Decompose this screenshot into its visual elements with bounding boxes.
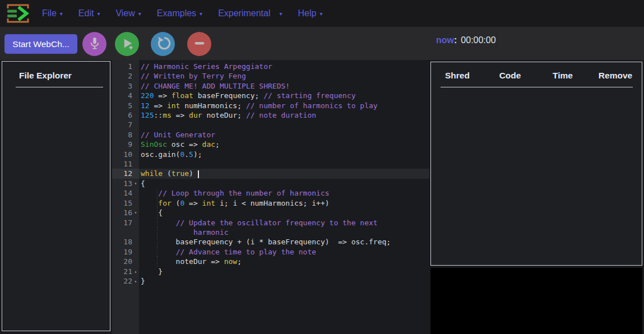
gutter-cell[interactable]: 21▴ bbox=[112, 267, 139, 276]
code-text[interactable]: while (true) bbox=[139, 169, 429, 178]
token: ( bbox=[172, 199, 180, 207]
shred-table-header: ShredCodeTimeRemove bbox=[431, 71, 642, 81]
code-text[interactable]: // Unit Generator bbox=[139, 130, 429, 140]
gutter-cell[interactable]: 18 bbox=[112, 237, 139, 247]
gutter-cell[interactable]: 14 bbox=[112, 188, 139, 198]
token bbox=[141, 248, 176, 256]
gutter-cell[interactable]: 22▴ bbox=[112, 276, 139, 286]
file-explorer-divider bbox=[16, 87, 103, 87]
fold-down-icon[interactable]: ▾ bbox=[132, 179, 139, 188]
code-line-4[interactable]: 4220 => float baseFrequency; // starting… bbox=[112, 91, 429, 100]
gutter-cell[interactable]: 20 bbox=[112, 257, 139, 266]
token: => bbox=[172, 111, 189, 119]
code-text[interactable]: 220 => float baseFrequency; // starting … bbox=[139, 91, 429, 100]
code-line-5[interactable]: 512 => int numHarmonics; // number of ha… bbox=[112, 101, 429, 110]
code-line-19[interactable]: 19 // Advance time to play the note bbox=[112, 247, 429, 257]
gutter-cell[interactable]: 16▾ bbox=[112, 208, 139, 217]
fold-up-icon[interactable]: ▴ bbox=[132, 267, 139, 276]
code-text[interactable]: { bbox=[139, 208, 429, 217]
gutter-cell[interactable]: 7 bbox=[112, 120, 139, 129]
gutter-cell[interactable]: 17 bbox=[112, 218, 139, 228]
code-text[interactable]: noteDur => now; bbox=[139, 257, 429, 266]
start-webchuck-button[interactable]: Start WebCh... bbox=[4, 34, 77, 54]
code-line-wrap[interactable]: harmonic bbox=[112, 228, 429, 237]
gutter-cell[interactable]: 9 bbox=[112, 140, 139, 149]
gutter-cell[interactable]: 1 bbox=[112, 62, 139, 71]
code-text[interactable] bbox=[139, 159, 429, 169]
code-line-21[interactable]: 21▴ } bbox=[112, 267, 429, 276]
token: int bbox=[202, 199, 215, 207]
menu-file[interactable]: File▾ bbox=[42, 8, 63, 18]
code-line-6[interactable]: 6125::ms => dur noteDur; // note duratio… bbox=[112, 110, 429, 120]
code-line-16[interactable]: 16▾ { bbox=[112, 208, 429, 217]
code-text[interactable]: 125::ms => dur noteDur; // note duration bbox=[139, 110, 429, 120]
code-text[interactable]: osc.gain(0.5); bbox=[139, 150, 429, 159]
code-editor[interactable]: 1// Harmonic Series Arpeggiator2// Writt… bbox=[112, 60, 429, 334]
remove-shred-button[interactable] bbox=[187, 32, 211, 56]
code-text[interactable]: for (0 => int i; i < numHarmonics; i++) bbox=[139, 198, 429, 208]
code-line-14[interactable]: 14 // Loop through the number of harmoni… bbox=[112, 188, 429, 198]
code-line-3[interactable]: 3// CHANGE ME! ADD MULTIPLE SHREDS! bbox=[112, 81, 429, 91]
microphone-button[interactable] bbox=[82, 32, 106, 56]
gutter-cell[interactable] bbox=[112, 228, 139, 237]
code-line-12[interactable]: 12while (true) bbox=[112, 169, 429, 178]
code-line-17[interactable]: 17 // Update the oscillator frequency to… bbox=[112, 218, 429, 228]
gutter-cell[interactable]: 3 bbox=[112, 81, 139, 91]
menu-experimental[interactable]: Experimental▾ bbox=[218, 8, 282, 18]
gutter-cell[interactable]: 11 bbox=[112, 159, 139, 169]
chevron-down-icon: ▾ bbox=[97, 11, 100, 17]
gutter-cell[interactable]: 13▾ bbox=[112, 179, 139, 188]
code-line-11[interactable]: 11 bbox=[112, 159, 429, 169]
code-line-13[interactable]: 13▾{ bbox=[112, 179, 429, 188]
token: ) bbox=[189, 169, 198, 178]
code-line-2[interactable]: 2// Written by Terry Feng bbox=[112, 71, 429, 81]
file-explorer-panel: File Explorer bbox=[2, 61, 110, 331]
token: ); bbox=[193, 150, 202, 159]
code-line-18[interactable]: 18 baseFrequency + (i * baseFrequency) =… bbox=[112, 237, 429, 247]
code-text[interactable] bbox=[139, 120, 429, 129]
token: ; bbox=[215, 140, 220, 149]
gutter-cell[interactable]: 5 bbox=[112, 101, 139, 110]
fold-up-icon[interactable]: ▴ bbox=[132, 276, 139, 286]
line-number: 19 bbox=[123, 247, 132, 257]
code-line-22[interactable]: 22▴} bbox=[112, 276, 429, 286]
token: // starting frequency bbox=[263, 91, 355, 100]
code-text[interactable]: SinOsc osc => dac; bbox=[139, 140, 429, 149]
gutter-cell[interactable]: 12 bbox=[112, 169, 139, 178]
code-text[interactable]: // Advance time to play the note bbox=[139, 247, 429, 257]
code-text[interactable]: // Written by Terry Feng bbox=[139, 71, 429, 81]
menu-examples[interactable]: Examples▾ bbox=[157, 8, 202, 18]
code-text[interactable]: baseFrequency + (i * baseFrequency) => o… bbox=[139, 237, 429, 247]
code-text[interactable]: // Harmonic Series Arpeggiator bbox=[139, 62, 429, 71]
code-line-20[interactable]: 20 noteDur => now; bbox=[112, 257, 429, 266]
code-line-7[interactable]: 7 bbox=[112, 120, 429, 129]
code-text[interactable]: // CHANGE ME! ADD MULTIPLE SHREDS! bbox=[139, 81, 429, 91]
code-line-9[interactable]: 9SinOsc osc => dac; bbox=[112, 140, 429, 149]
gutter-cell[interactable]: 6 bbox=[112, 110, 139, 120]
gutter-cell[interactable]: 4 bbox=[112, 91, 139, 100]
code-text[interactable]: { bbox=[139, 179, 429, 188]
code-line-8[interactable]: 8// Unit Generator bbox=[112, 130, 429, 140]
gutter-cell[interactable]: 8 bbox=[112, 130, 139, 140]
code-text[interactable]: } bbox=[139, 276, 429, 286]
code-line-10[interactable]: 10osc.gain(0.5); bbox=[112, 150, 429, 159]
gutter-cell[interactable]: 19 bbox=[112, 247, 139, 257]
menu-help-label: Help bbox=[298, 8, 317, 18]
code-text[interactable]: // Update the oscillator frequency to th… bbox=[139, 218, 429, 228]
token bbox=[141, 199, 158, 207]
gutter-cell[interactable]: 10 bbox=[112, 150, 139, 159]
gutter-cell[interactable]: 15 bbox=[112, 198, 139, 208]
code-line-15[interactable]: 15 for (0 => int i; i < numHarmonics; i+… bbox=[112, 198, 429, 208]
menu-help[interactable]: Help▾ bbox=[298, 8, 323, 18]
code-line-1[interactable]: 1// Harmonic Series Arpeggiator bbox=[112, 62, 429, 71]
menu-view[interactable]: View▾ bbox=[115, 8, 141, 18]
fold-down-icon[interactable]: ▾ bbox=[132, 208, 139, 217]
code-text[interactable]: // Loop through the number of harmonics bbox=[139, 188, 429, 198]
add-shred-button[interactable] bbox=[115, 32, 139, 56]
code-text[interactable]: harmonic bbox=[139, 228, 429, 237]
code-text[interactable]: 12 => int numHarmonics; // number of har… bbox=[139, 101, 429, 110]
gutter-cell[interactable]: 2 bbox=[112, 71, 139, 81]
menu-edit[interactable]: Edit▾ bbox=[78, 8, 100, 18]
replace-shred-button[interactable] bbox=[151, 32, 175, 56]
code-text[interactable]: } bbox=[139, 267, 429, 276]
